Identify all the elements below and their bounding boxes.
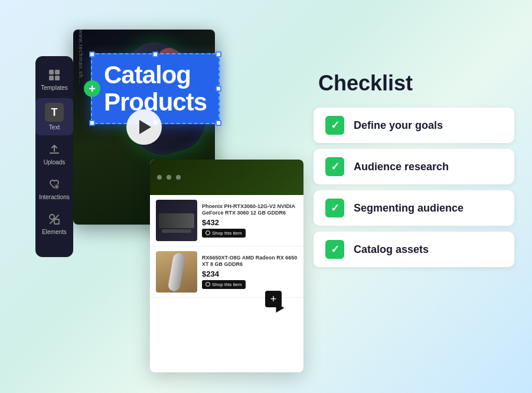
catalog-title: Catalog Products (104, 61, 207, 116)
resize-handle-tm[interactable] (152, 51, 158, 57)
checklist-item-catalog: ✓ Catalog assets (314, 232, 514, 267)
upload-icon (47, 142, 61, 157)
checkmark-catalog: ✓ (331, 243, 340, 256)
checklist-item-audience: ✓ Audience research (314, 149, 514, 184)
sidebar-item-interactions[interactable]: Interactions (35, 173, 73, 205)
check-icon-audience: ✓ (325, 157, 344, 176)
product-image-gpu (156, 200, 197, 241)
header-dot-2 (167, 175, 171, 180)
checkmark-segment: ✓ (331, 202, 340, 215)
header-dot-1 (157, 175, 162, 180)
checklist-label-goals: Define your goals (354, 119, 443, 132)
sidebar-item-elements[interactable]: Elements (35, 207, 73, 240)
checkmark-goals: ✓ (331, 119, 340, 132)
svg-point-5 (50, 215, 54, 219)
checkmark-audience: ✓ (331, 160, 340, 173)
add-element-button[interactable]: + (84, 80, 100, 97)
svg-point-8 (206, 282, 210, 287)
sidebar: Templates T Text Uploads Interactions (35, 56, 73, 257)
product-price-gpu: $432 (202, 218, 298, 227)
svg-rect-2 (49, 76, 54, 80)
sidebar-item-text-label: Text (49, 124, 60, 131)
check-icon-catalog: ✓ (325, 240, 344, 259)
sidebar-item-templates-label: Templates (41, 85, 68, 91)
product-list-card: Phoenix PH-RTX3060-12G-V2 NVIDIA GeForce… (150, 160, 303, 372)
svg-rect-1 (55, 70, 60, 74)
checklist-item-goals: ✓ Define your goals (314, 108, 514, 143)
interactions-icon (47, 177, 61, 191)
check-icon-goals: ✓ (325, 116, 344, 135)
product-image-straightener (156, 251, 197, 293)
resize-handle-br[interactable] (216, 120, 221, 126)
svg-rect-0 (49, 70, 54, 74)
brand-text: www.techman.sh... (78, 30, 84, 85)
product-item-gpu: Phoenix PH-RTX3060-12G-V2 NVIDIA GeForce… (150, 195, 303, 246)
check-icon-segment: ✓ (325, 199, 344, 217)
checklist-item-segment: ✓ Segmenting audience (314, 190, 514, 226)
shop-btn-straightener[interactable]: Shop this item (202, 280, 246, 289)
text-icon: T (45, 103, 64, 122)
svg-rect-6 (54, 219, 59, 224)
header-dot-3 (176, 175, 181, 180)
product-item-straightener: RX6650XT-O8G AMD Radeon RX 6650 XT 8 GB … (150, 246, 303, 298)
product-card-header (150, 160, 303, 195)
straightener-body (168, 252, 186, 291)
resize-handle-tl[interactable] (89, 51, 95, 57)
checklist-panel: Checklist ✓ Define your goals ✓ Audience… (314, 71, 514, 273)
checklist-label-audience: Audience research (354, 161, 449, 173)
sidebar-item-uploads-label: Uploads (44, 159, 66, 165)
product-info-straightener: RX6650XT-O8G AMD Radeon RX 6650 XT 8 GB … (202, 255, 298, 290)
sidebar-item-uploads[interactable]: Uploads (35, 138, 73, 170)
straightener-shape (156, 251, 197, 293)
sidebar-item-elements-label: Elements (42, 229, 67, 235)
checklist-title: Checklist (314, 71, 514, 96)
add-cursor: + (265, 291, 283, 313)
product-price-straightener: $234 (202, 269, 298, 278)
play-button[interactable] (126, 109, 162, 145)
sidebar-item-interactions-label: Interactions (39, 194, 70, 200)
gpu-bar (159, 213, 194, 228)
product-info-gpu: Phoenix PH-RTX3060-12G-V2 NVIDIA GeForce… (202, 203, 298, 238)
resize-handle-mr[interactable] (216, 86, 221, 92)
grid-icon (47, 68, 61, 82)
svg-rect-3 (55, 76, 60, 80)
sidebar-item-text[interactable]: T Text (35, 98, 73, 135)
checklist-label-catalog: Catalog assets (354, 243, 429, 256)
sidebar-item-templates[interactable]: Templates (35, 63, 73, 96)
resize-handle-bl[interactable] (89, 120, 95, 126)
product-name-straightener: RX6650XT-O8G AMD Radeon RX 6650 XT 8 GB … (202, 255, 298, 268)
shop-btn-gpu[interactable]: Shop this item (202, 229, 246, 238)
gpu-shape (156, 200, 197, 241)
svg-point-7 (206, 231, 210, 235)
checklist-label-segment: Segmenting audience (354, 202, 464, 215)
product-name-gpu: Phoenix PH-RTX3060-12G-V2 NVIDIA GeForce… (202, 203, 298, 217)
canvas-area: www.techman.sh... + Catalog Products (73, 30, 298, 372)
resize-handle-tr[interactable] (216, 51, 221, 57)
elements-icon (47, 212, 61, 226)
play-triangle-icon (139, 120, 151, 134)
